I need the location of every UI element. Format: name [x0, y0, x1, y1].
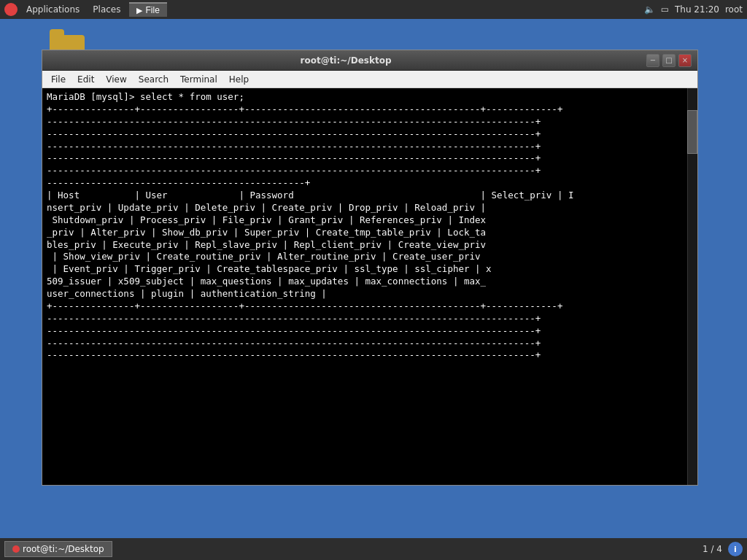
- active-app-label: root@ti:~/Desktop: [23, 544, 104, 554]
- view-menu[interactable]: View: [100, 73, 132, 86]
- places-menu[interactable]: Places: [87, 3, 126, 16]
- app-dot-icon: [12, 545, 20, 553]
- terminal-output: MariaDB [mysql]> select * from user; +--…: [47, 91, 684, 362]
- display-icon: ▭: [661, 4, 669, 15]
- window-title: root@ti:~/Desktop: [48, 55, 643, 66]
- search-menu[interactable]: Search: [133, 73, 174, 86]
- volume-icon: 🔈: [644, 4, 655, 15]
- taskbar-top: Applications Places ▶ File 🔈 ▭ Thu 21:20…: [0, 0, 747, 19]
- maximize-button[interactable]: □: [662, 54, 676, 67]
- help-menu[interactable]: Help: [223, 73, 255, 86]
- taskbar-bottom: root@ti:~/Desktop 1 / 4 i: [0, 538, 747, 560]
- terminal-menubar: File Edit View Search Terminal Help: [42, 71, 697, 88]
- terminal-titlebar: root@ti:~/Desktop − □ ×: [42, 50, 697, 71]
- apps-icon: [4, 3, 18, 16]
- close-button[interactable]: ×: [678, 54, 692, 67]
- user-label: root: [725, 4, 743, 15]
- file-menu[interactable]: File: [45, 73, 71, 86]
- applications-menu[interactable]: Applications: [20, 3, 85, 16]
- edit-menu[interactable]: Edit: [71, 73, 100, 86]
- scrollbar[interactable]: [687, 88, 697, 485]
- scroll-thumb[interactable]: [687, 110, 697, 154]
- active-app-button[interactable]: root@ti:~/Desktop: [4, 541, 112, 557]
- page-info: 1 / 4: [703, 544, 722, 554]
- terminal-btn-label: File: [145, 5, 159, 15]
- terminal-taskbutton[interactable]: ▶ File: [129, 2, 166, 17]
- system-tray: 🔈 ▭ Thu 21:20 root: [644, 4, 743, 15]
- terminal-menu[interactable]: Terminal: [174, 73, 223, 86]
- minimize-button[interactable]: −: [646, 54, 659, 67]
- top-menu: Applications Places: [20, 3, 126, 16]
- terminal-window: root@ti:~/Desktop − □ × File Edit View S…: [42, 50, 698, 486]
- terminal-body[interactable]: MariaDB [mysql]> select * from user; +--…: [42, 88, 697, 485]
- clock: Thu 21:20: [675, 4, 719, 15]
- info-button[interactable]: i: [728, 542, 743, 556]
- terminal-icon: ▶: [136, 6, 142, 15]
